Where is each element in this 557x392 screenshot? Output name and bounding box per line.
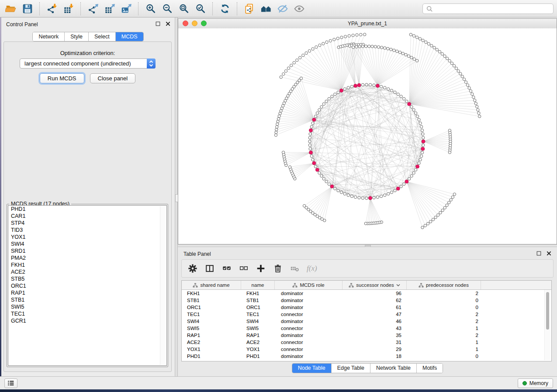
- scrollbar-thumb[interactable]: [546, 292, 549, 330]
- tab-network[interactable]: Network: [33, 32, 65, 41]
- cell-successor-nodes[interactable]: 29: [343, 346, 407, 353]
- cell-name[interactable]: YOX1: [241, 346, 275, 353]
- mcds-result-item[interactable]: STB5: [8, 275, 166, 282]
- cell-name[interactable]: SWI4: [241, 318, 275, 325]
- table-row[interactable]: FKH1FKH1dominator962: [182, 290, 551, 297]
- cell-name[interactable]: PHD1: [241, 353, 275, 360]
- float-panel-icon[interactable]: [536, 251, 541, 256]
- deselect-all-button[interactable]: [239, 263, 249, 274]
- task-history-button[interactable]: [4, 378, 17, 388]
- cell-shared-name[interactable]: RAP1: [182, 332, 241, 339]
- mcds-result-item[interactable]: RAP1: [8, 289, 166, 296]
- cell-successor-nodes[interactable]: 62: [343, 297, 407, 304]
- table-tab-node-table[interactable]: Node Table: [292, 364, 332, 373]
- table-row[interactable]: RAP1RAP1dominator352: [182, 332, 551, 339]
- zoom-selected-button[interactable]: [193, 2, 208, 16]
- mcds-result-item[interactable]: SWI4: [8, 241, 166, 248]
- table-row[interactable]: STB1STB1dominator620: [182, 297, 551, 304]
- delete-row-button[interactable]: [273, 263, 283, 274]
- table-row[interactable]: ORC1ORC1dominator610: [182, 304, 551, 311]
- cell-predecessor-nodes[interactable]: 2: [407, 332, 481, 339]
- table-tab-network-table[interactable]: Network Table: [370, 364, 417, 373]
- mcds-result-item[interactable]: SRD1: [8, 248, 166, 254]
- refresh-view-button[interactable]: [218, 2, 232, 16]
- cell-name[interactable]: FKH1: [241, 290, 275, 297]
- export-table-button[interactable]: [102, 2, 117, 16]
- cell-mcds-role[interactable]: connector: [275, 339, 343, 346]
- cell-successor-nodes[interactable]: 47: [343, 311, 407, 318]
- cell-successor-nodes[interactable]: 61: [343, 304, 407, 311]
- table-tab-motifs[interactable]: Motifs: [417, 364, 443, 373]
- cell-mcds-role[interactable]: connector: [275, 325, 343, 332]
- table-scrollbar[interactable]: [544, 290, 550, 360]
- add-row-button[interactable]: [256, 263, 266, 274]
- mcds-result-item[interactable]: ORC1: [8, 282, 166, 289]
- table-row[interactable]: SWI5SWI5connector431: [182, 325, 551, 332]
- window-close-icon[interactable]: [183, 21, 188, 26]
- cell-predecessor-nodes[interactable]: 2: [407, 318, 481, 325]
- close-panel-icon[interactable]: [547, 251, 551, 256]
- cell-shared-name[interactable]: ORC1: [182, 304, 241, 311]
- column-header-predecessor-nodes[interactable]: predecessor nodes: [407, 281, 481, 289]
- memory-button[interactable]: Memory: [518, 378, 553, 388]
- gear-button[interactable]: [187, 263, 198, 274]
- column-header-successor-nodes[interactable]: successor nodes: [343, 281, 407, 289]
- cell-name[interactable]: SWI5: [241, 325, 275, 332]
- column-header-mcds-role[interactable]: MCDS role: [275, 281, 343, 289]
- hide-selected-button[interactable]: [275, 2, 290, 16]
- cell-mcds-role[interactable]: dominator: [275, 297, 343, 304]
- cell-successor-nodes[interactable]: 18: [343, 353, 407, 360]
- network-graph[interactable]: [178, 28, 557, 244]
- close-panel-icon[interactable]: [166, 21, 170, 26]
- network-canvas[interactable]: [178, 28, 557, 244]
- table-tab-edge-table[interactable]: Edge Table: [332, 364, 370, 373]
- tab-mcds[interactable]: MCDS: [116, 32, 143, 41]
- mcds-result-item[interactable]: YOX1: [8, 234, 166, 241]
- cell-predecessor-nodes[interactable]: 2: [407, 311, 481, 318]
- close-panel-button[interactable]: Close panel: [90, 73, 136, 83]
- table-row[interactable]: SWI4SWI4dominator462: [182, 318, 551, 325]
- result-list-scrollbar[interactable]: [160, 206, 166, 365]
- mcds-result-item[interactable]: TEC1: [8, 310, 166, 317]
- mcds-result-item[interactable]: ACE2: [8, 268, 166, 275]
- import-network-button[interactable]: [45, 2, 59, 16]
- table-row[interactable]: PHD1PHD1dominator180: [182, 353, 551, 360]
- export-image-button[interactable]: [119, 2, 134, 16]
- cell-mcds-role[interactable]: dominator: [275, 332, 343, 339]
- column-header-shared-name[interactable]: shared name: [182, 281, 241, 289]
- tab-style[interactable]: Style: [65, 32, 89, 41]
- window-minimize-icon[interactable]: [192, 21, 197, 26]
- cell-name[interactable]: STB1: [241, 297, 275, 304]
- cell-shared-name[interactable]: ACE2: [182, 339, 241, 346]
- mcds-result-item[interactable]: STP4: [8, 220, 166, 227]
- table-row[interactable]: YOX1YOX1connector291: [182, 346, 551, 353]
- mcds-result-item[interactable]: PHD1: [8, 206, 166, 213]
- cell-successor-nodes[interactable]: 43: [343, 325, 407, 332]
- table-row[interactable]: TEC1TEC1connector472: [182, 311, 551, 318]
- float-panel-icon[interactable]: [156, 21, 160, 26]
- mcds-result-item[interactable]: PMA2: [8, 254, 166, 261]
- mcds-result-item[interactable]: SWI5: [8, 303, 166, 310]
- tab-select[interactable]: Select: [89, 32, 116, 41]
- cell-shared-name[interactable]: YOX1: [182, 346, 241, 353]
- first-neighbors-button[interactable]: [259, 2, 273, 16]
- cell-mcds-role[interactable]: dominator: [275, 353, 343, 360]
- open-session-button[interactable]: [3, 2, 18, 16]
- run-mcds-button[interactable]: Run MCDS: [40, 73, 84, 83]
- cell-shared-name[interactable]: STB1: [182, 297, 241, 304]
- cell-mcds-role[interactable]: connector: [275, 346, 343, 353]
- cell-name[interactable]: ORC1: [241, 304, 275, 311]
- cell-predecessor-nodes[interactable]: 1: [407, 339, 481, 346]
- window-maximize-icon[interactable]: [201, 21, 207, 26]
- mcds-result-item[interactable]: TID3: [8, 227, 166, 234]
- cell-name[interactable]: TEC1: [241, 311, 275, 318]
- search-field[interactable]: [422, 3, 554, 14]
- search-input[interactable]: [435, 4, 553, 13]
- cell-predecessor-nodes[interactable]: 0: [407, 304, 481, 311]
- network-window-titlebar[interactable]: YPA_prune.txt_1: [178, 19, 557, 29]
- split-view-button[interactable]: [204, 263, 215, 274]
- cell-mcds-role[interactable]: dominator: [275, 290, 343, 297]
- mcds-result-item[interactable]: CAR1: [8, 213, 166, 220]
- cell-mcds-role[interactable]: connector: [275, 311, 343, 318]
- mcds-result-item[interactable]: GCR1: [8, 317, 166, 324]
